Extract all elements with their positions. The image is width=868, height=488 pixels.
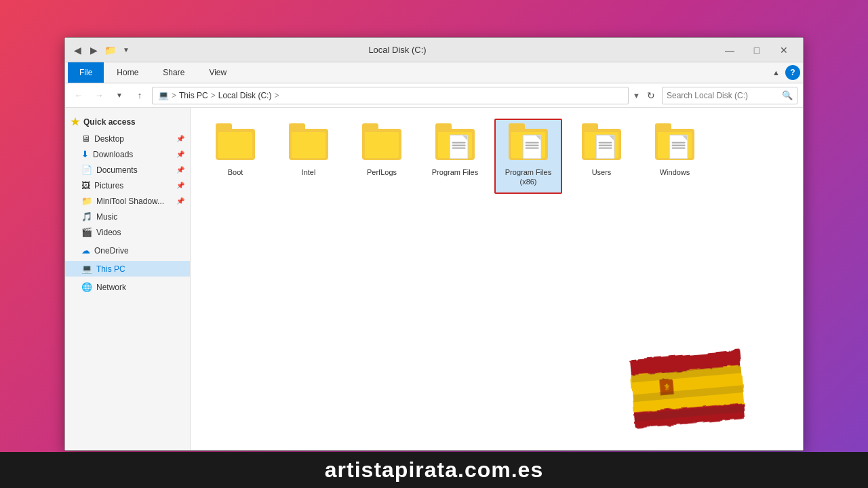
- file-explorer-window: ◀ ▶ 📁 ▼ Local Disk (C:) — □ ✕ File Home …: [64, 37, 804, 451]
- folder-boot-label: Boot: [228, 167, 243, 177]
- thispc-icon: 💻: [81, 264, 92, 274]
- folder-program-files-icon: [433, 125, 477, 163]
- address-path[interactable]: 💻 > This PC > Local Disk (C:) >: [152, 87, 629, 104]
- quick-access-header[interactable]: ★ Quick access: [65, 113, 190, 131]
- sidebar-item-documents-label: Documents: [96, 165, 138, 175]
- folder-intel-icon: [287, 125, 330, 163]
- address-computer-icon: 💻: [158, 90, 169, 100]
- quick-access-icon: ★: [71, 116, 79, 128]
- close-button[interactable]: ✕: [770, 38, 797, 62]
- search-input[interactable]: [667, 91, 779, 100]
- maximize-button[interactable]: □: [743, 38, 770, 62]
- folder-windows-label: Windows: [660, 167, 690, 177]
- address-dropdown-icon[interactable]: ▼: [633, 92, 640, 100]
- network-icon: 🌐: [81, 282, 92, 292]
- sidebar-item-videos-label: Videos: [96, 228, 121, 237]
- folder-program-files-x86[interactable]: Program Files (x86): [494, 119, 562, 194]
- quick-access-section: ★ Quick access 🖥 Desktop 📌 ⬇ Downloads 📌…: [65, 113, 190, 240]
- sidebar-item-music-label: Music: [96, 212, 117, 222]
- sidebar-item-downloads[interactable]: ⬇ Downloads 📌: [65, 146, 190, 162]
- help-button[interactable]: ?: [785, 65, 800, 80]
- minimize-button[interactable]: —: [716, 38, 743, 62]
- file-grid: Boot Intel: [201, 119, 792, 194]
- content-area: Boot Intel: [191, 108, 803, 450]
- sidebar-item-desktop-label: Desktop: [94, 134, 124, 144]
- pin-icon-documents: 📌: [176, 166, 184, 174]
- addressbar: ← → ▼ ↑ 💻 > This PC > Local Disk (C:) > …: [65, 83, 803, 108]
- path-separator-3: >: [274, 91, 279, 100]
- nav-up-button[interactable]: ↑: [132, 87, 148, 104]
- folder-intel-label: Intel: [302, 167, 316, 177]
- path-local-disk[interactable]: Local Disk (C:): [218, 91, 272, 100]
- documents-icon: 📄: [81, 165, 92, 175]
- sidebar-item-thispc-label: This PC: [96, 264, 125, 274]
- folder-users[interactable]: Users: [568, 119, 635, 194]
- sidebar-item-minitool-label: MiniTool Shadow...: [96, 197, 164, 206]
- tab-file[interactable]: File: [68, 62, 104, 83]
- sidebar-item-desktop[interactable]: 🖥 Desktop 📌: [65, 131, 190, 146]
- sidebar-item-pictures[interactable]: 🖼 Pictures 📌: [65, 178, 190, 193]
- sidebar-item-minitool[interactable]: 📁 MiniTool Shadow... 📌: [65, 193, 190, 209]
- folder-windows[interactable]: Windows: [641, 119, 709, 194]
- folder-program-files-label: Program Files: [432, 167, 478, 177]
- pin-icon-downloads: 📌: [176, 150, 184, 158]
- sidebar-item-network[interactable]: 🌐 Network: [65, 279, 190, 295]
- minitool-icon: 📁: [81, 196, 92, 206]
- refresh-button[interactable]: ↻: [644, 89, 658, 102]
- videos-icon: 🎬: [81, 227, 92, 237]
- pin-icon-minitool: 📌: [176, 197, 184, 205]
- search-box[interactable]: 🔍: [662, 87, 797, 104]
- folder-perflogs-icon: [360, 125, 403, 163]
- tab-home[interactable]: Home: [105, 62, 150, 83]
- onedrive-section: ☁ OneDrive: [65, 243, 190, 258]
- sidebar-item-music[interactable]: 🎵 Music: [65, 209, 190, 224]
- quick-access-label: Quick access: [83, 117, 136, 127]
- path-separator-1: >: [172, 91, 176, 100]
- path-this-pc[interactable]: This PC: [179, 91, 208, 100]
- sidebar: ★ Quick access 🖥 Desktop 📌 ⬇ Downloads 📌…: [65, 108, 191, 450]
- sidebar-item-downloads-label: Downloads: [93, 150, 133, 159]
- folder-perflogs[interactable]: PerfLogs: [348, 119, 416, 194]
- folder-users-label: Users: [592, 167, 612, 177]
- pin-icon-desktop: 📌: [176, 135, 184, 142]
- path-separator-2: >: [211, 91, 216, 100]
- watermark-bar: artistapirata.com.es: [0, 452, 868, 488]
- downloads-icon: ⬇: [81, 149, 89, 159]
- thispc-section: 💻 This PC: [65, 261, 190, 277]
- desktop-icon: 🖥: [81, 134, 90, 144]
- nav-back-button[interactable]: ←: [71, 87, 87, 104]
- folder-windows-icon: [653, 125, 696, 163]
- folder-boot-icon: [214, 125, 257, 163]
- pin-icon-pictures: 📌: [176, 182, 184, 189]
- window-title: Local Disk (C:): [79, 45, 716, 55]
- pictures-icon: 🖼: [81, 180, 90, 190]
- sidebar-item-onedrive-label: OneDrive: [94, 246, 129, 256]
- folder-intel[interactable]: Intel: [275, 119, 342, 194]
- sidebar-item-pictures-label: Pictures: [94, 181, 123, 190]
- ribbon-right: ▲ ?: [770, 65, 800, 80]
- ribbon-tabs: File Home Share View ▲ ?: [65, 62, 803, 83]
- titlebar: ◀ ▶ 📁 ▼ Local Disk (C:) — □ ✕: [65, 38, 803, 62]
- sidebar-item-thispc[interactable]: 💻 This PC: [65, 261, 190, 277]
- nav-forward-button[interactable]: →: [91, 87, 107, 104]
- tab-view[interactable]: View: [197, 62, 238, 83]
- tab-share[interactable]: Share: [151, 62, 196, 83]
- folder-users-icon: [580, 125, 623, 163]
- folder-boot[interactable]: Boot: [201, 119, 269, 194]
- folder-perflogs-label: PerfLogs: [367, 167, 397, 177]
- nav-recent-button[interactable]: ▼: [111, 87, 127, 104]
- folder-program-files[interactable]: Program Files: [421, 119, 489, 194]
- ribbon-collapse-icon[interactable]: ▲: [770, 67, 783, 78]
- folder-program-files-x86-label: Program Files (x86): [501, 167, 555, 187]
- sidebar-item-documents[interactable]: 📄 Documents 📌: [65, 162, 190, 178]
- folder-program-files-x86-icon: [507, 125, 550, 163]
- sidebar-item-onedrive[interactable]: ☁ OneDrive: [65, 243, 190, 258]
- watermark-text: artistapirata.com.es: [325, 458, 543, 482]
- sidebar-item-videos[interactable]: 🎬 Videos: [65, 224, 190, 240]
- network-section: 🌐 Network: [65, 279, 190, 295]
- search-icon[interactable]: 🔍: [782, 90, 793, 100]
- svg-text:⚜: ⚜: [663, 384, 671, 392]
- music-icon: 🎵: [81, 211, 92, 222]
- onedrive-icon: ☁: [81, 245, 90, 256]
- spain-flag: ⚜: [627, 348, 749, 430]
